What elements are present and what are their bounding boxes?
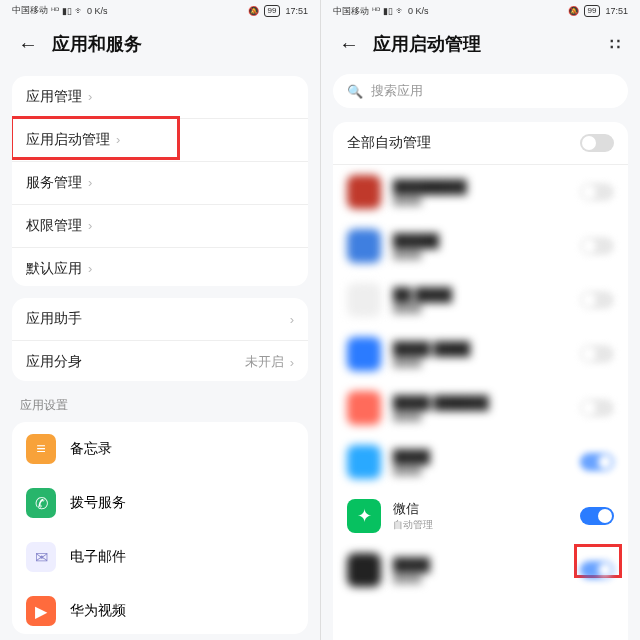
signal-icon: ▮▯ (383, 6, 393, 16)
net-speed: 0 K/s (87, 6, 108, 16)
battery-icon: 99 (584, 5, 601, 17)
net-icon: ᴴᴰ (372, 6, 380, 16)
chevron-icon: › (88, 261, 92, 276)
row-permission-manage[interactable]: 权限管理› (12, 205, 308, 248)
app-row-blurred[interactable]: █████████ (333, 219, 628, 273)
carrier: 中国移动 (12, 4, 48, 17)
silent-icon: 🔕 (248, 6, 259, 16)
group-app-settings: ≡备忘录 ✆拨号服务 ✉电子邮件 ▶华为视频 (12, 422, 308, 634)
status-bar: 中国移动 ᴴᴰ ▮▯ ᯤ 0 K/s 🔕 99 17:51 (0, 0, 320, 22)
app-row-blurred[interactable]: ████████ (333, 435, 628, 489)
chevron-icon: › (88, 175, 92, 190)
switch-all-auto[interactable] (580, 134, 614, 152)
search-input[interactable]: 🔍 搜索应用 (333, 74, 628, 108)
group-assist: 应用助手› 应用分身未开启› (12, 298, 308, 381)
status-bar: 中国移动 ᴴᴰ ▮▯ ᯤ 0 K/s 🔕 99 17:51 (321, 0, 640, 22)
wechat-icon: ✦ (347, 499, 381, 533)
video-icon: ▶ (26, 596, 56, 626)
wifi-icon: ᯤ (396, 6, 405, 16)
app-row-blurred[interactable]: ████████████ (333, 165, 628, 219)
row-email[interactable]: ✉电子邮件 (12, 530, 308, 584)
back-icon[interactable]: ← (18, 34, 38, 54)
app-name: 微信 (393, 500, 568, 518)
chevron-icon: › (88, 89, 92, 104)
switch-wechat[interactable] (580, 507, 614, 525)
row-service-manage[interactable]: 服务管理› (12, 162, 308, 205)
wifi-icon: ᯤ (75, 6, 84, 16)
carrier: 中国移动 (333, 5, 369, 18)
search-placeholder: 搜索应用 (371, 82, 423, 100)
notes-icon: ≡ (26, 434, 56, 464)
row-app-assistant[interactable]: 应用助手› (12, 298, 308, 341)
row-dialer[interactable]: ✆拨号服务 (12, 476, 308, 530)
battery-icon: 99 (264, 5, 281, 17)
chevron-icon: › (88, 218, 92, 233)
group-apps: 应用管理› 应用启动管理› 服务管理› 权限管理› 默认应用› (12, 76, 308, 287)
row-app-launch-manage[interactable]: 应用启动管理› (12, 119, 308, 162)
title-bar: ← 应用启动管理 ∷ (321, 22, 640, 70)
app-row-blurred[interactable]: ████ ████████ (333, 327, 628, 381)
page-title: 应用和服务 (52, 32, 142, 56)
row-all-auto[interactable]: 全部自动管理 (333, 122, 628, 165)
row-notes[interactable]: ≡备忘录 (12, 422, 308, 476)
app-row-blurred[interactable]: ████ ██████████ (333, 381, 628, 435)
net-speed: 0 K/s (408, 6, 429, 16)
clock: 17:51 (605, 6, 628, 16)
left-screen: 中国移动 ᴴᴰ ▮▯ ᯤ 0 K/s 🔕 99 17:51 ← 应用和服务 应用… (0, 0, 320, 640)
page-title: 应用启动管理 (373, 32, 481, 56)
chevron-icon: › (290, 312, 294, 327)
section-app-settings: 应用设置 (0, 387, 320, 416)
menu-dots-icon[interactable]: ∷ (610, 35, 622, 54)
phone-icon: ✆ (26, 488, 56, 518)
net-icon: ᴴᴰ (51, 6, 59, 16)
row-default-apps[interactable]: 默认应用› (12, 248, 308, 287)
app-row-blurred[interactable]: ████████ (333, 543, 628, 597)
right-screen: 中国移动 ᴴᴰ ▮▯ ᯤ 0 K/s 🔕 99 17:51 ← 应用启动管理 ∷… (320, 0, 640, 640)
chevron-icon: › (290, 355, 294, 370)
title-bar: ← 应用和服务 (0, 22, 320, 70)
clock: 17:51 (285, 6, 308, 16)
row-app-manage[interactable]: 应用管理› (12, 76, 308, 119)
back-icon[interactable]: ← (339, 34, 359, 54)
chevron-icon: › (116, 132, 120, 147)
app-list: 全部自动管理 ████████████ █████████ ██ ███████… (333, 122, 628, 640)
mail-icon: ✉ (26, 542, 56, 572)
silent-icon: 🔕 (568, 6, 579, 16)
app-sub: 自动管理 (393, 518, 568, 532)
signal-icon: ▮▯ (62, 6, 72, 16)
app-row-wechat[interactable]: ✦ 微信 自动管理 (333, 489, 628, 543)
search-icon: 🔍 (347, 84, 363, 99)
app-row-blurred[interactable]: ██ ████████ (333, 273, 628, 327)
row-app-twin[interactable]: 应用分身未开启› (12, 341, 308, 381)
row-huawei-video[interactable]: ▶华为视频 (12, 584, 308, 634)
